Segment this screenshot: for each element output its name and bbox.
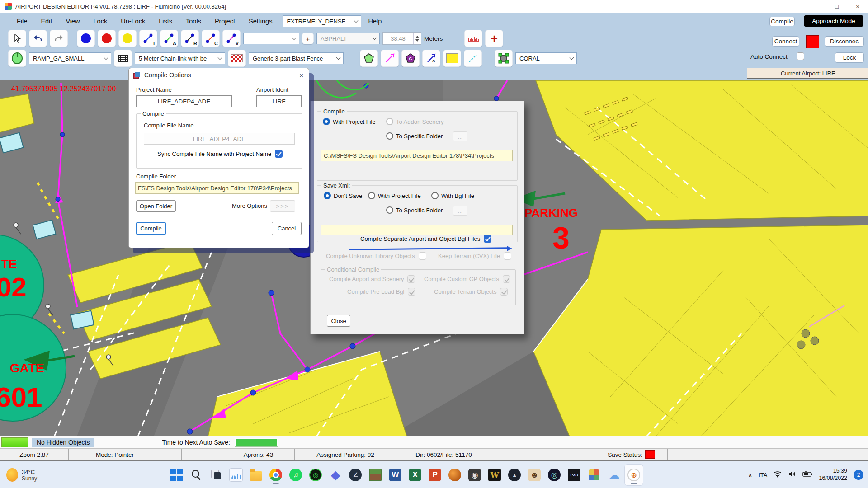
browse-folder-button[interactable]: ... [453,131,467,141]
taskbar-game-icon[interactable] [446,465,464,485]
clock-widget[interactable]: 15:39 16/08/2022 [819,468,847,482]
taskbar-p3d-icon[interactable]: P3D [565,465,583,485]
with-project-file-option[interactable]: With Project File [323,118,376,125]
fence-type-select[interactable]: 5 Meter Chain-link with be [135,52,225,64]
battery-icon[interactable] [802,471,812,479]
taskbar-onedrive-icon[interactable]: ☁ [605,465,623,485]
taskbar-word-icon[interactable]: W [386,465,404,485]
surface-type-select[interactable]: ASPHALT [316,33,380,44]
profile-tool-button[interactable] [464,30,482,47]
undo-button[interactable] [29,30,47,47]
menu-Edit[interactable]: Edit [34,18,59,25]
object-select[interactable]: CORAL [515,52,577,64]
taskbar-tiles-icon[interactable] [585,465,603,485]
xml-browse-folder-button[interactable]: ... [453,206,467,216]
parking-spot-tool-button[interactable] [8,50,26,67]
apron-link-button[interactable]: A [160,30,178,47]
menu-Un-Lock[interactable]: Un-Lock [114,18,152,25]
tray-chevron-icon[interactable]: ∧ [748,472,753,479]
taskbar-obsidian-icon[interactable]: ◎ [545,465,563,485]
connect-button[interactable]: Connect [772,36,799,47]
menu-Project[interactable]: Project [208,18,242,25]
menu-File[interactable]: File [10,18,34,25]
taskbar-avatar-icon[interactable]: ☻ [525,465,543,485]
ground-line-tool-button[interactable]: G [422,50,440,67]
link-type-select[interactable] [243,33,299,44]
menu-View[interactable]: View [59,18,86,25]
redo-button[interactable] [50,30,68,47]
taskbar-task-manager-icon[interactable] [227,465,245,485]
ground-poly-tool-button[interactable]: G [401,50,420,67]
taskbar-start-icon[interactable] [167,465,185,485]
disconnect-button[interactable]: Disconnec [825,36,864,47]
separate-bgl-checkbox[interactable] [484,235,491,243]
to-specific-folder-radio[interactable] [386,132,393,140]
dialog-close-icon[interactable]: × [299,71,303,79]
close-panel-button[interactable]: Close [327,315,350,327]
language-indicator[interactable]: ITA [759,472,767,479]
xml-path-field[interactable] [321,225,513,235]
compile-button[interactable]: Compile [769,17,795,26]
taskbar-photos-icon[interactable]: ◉ [466,465,484,485]
add-cross-button[interactable]: + [485,30,503,47]
volume-icon[interactable] [788,470,796,479]
dialog-title-bar[interactable]: Compile Options × [129,68,309,82]
polygon-tool-button[interactable] [360,50,378,67]
closed-link-button[interactable]: C [202,30,220,47]
taskbar-task-view-icon[interactable] [207,465,225,485]
blue-point-tool-button[interactable] [77,30,95,47]
blast-fence-tool-button[interactable] [228,50,246,67]
menu-Settings[interactable]: Settings [242,18,279,25]
xml-with-project-radio[interactable] [368,192,375,199]
wifi-icon[interactable] [774,470,782,479]
project-name-field[interactable]: LIRF_ADEP4_ADE [136,95,232,107]
add-surface-button[interactable]: + [302,33,314,44]
compile-path-field[interactable]: C:\MSFS\FS Design Tools\Airport Design E… [321,150,513,161]
taskbar-falcon-icon[interactable]: ▲ [505,465,524,485]
xml-to-specific-folder-radio[interactable] [386,206,393,214]
with-bgl-file-option[interactable]: With Bgl File [431,192,474,199]
xml-with-project-option[interactable]: With Project File [368,192,421,199]
cancel-button[interactable]: Cancel [272,222,302,235]
taskbar-ade-active-icon[interactable]: ⊕ [625,465,643,485]
maximize-button[interactable]: □ [826,0,847,13]
close-button[interactable]: × [847,0,868,13]
taskbar-search-icon[interactable] [187,465,205,485]
red-point-tool-button[interactable] [98,30,116,47]
select-object-tool-button[interactable] [495,50,513,67]
vehicle-link-button[interactable]: V [222,30,241,47]
xml-to-specific-folder-option[interactable]: To Specific Folder [386,206,443,214]
notification-badge[interactable]: 2 [854,470,863,480]
approach-mode-button[interactable]: Approach Mode [804,15,863,27]
blast-fence-select[interactable]: Generic 3-part Blast Fence [249,52,344,64]
fill-color-button[interactable] [443,50,461,67]
taskbar-prepar3d-hud-icon[interactable]: ◎ [307,465,325,485]
width-spinner-arrows[interactable] [413,33,421,44]
taskbar-msfs-icon[interactable]: ◆ [326,465,344,485]
minimize-button[interactable]: — [806,0,826,13]
taskbar-wikipedia-icon[interactable]: W [486,465,504,485]
open-folder-button[interactable]: Open Folder [136,200,176,212]
fence-grid-tool-button[interactable] [114,50,132,67]
menu-Lists[interactable]: Lists [152,18,179,25]
taskbar-file-explorer-icon[interactable] [247,465,265,485]
taskbar-powerpoint-icon[interactable]: P [426,465,444,485]
taskbar-drafting-icon[interactable]: ∠ [346,465,364,485]
runway-link-button[interactable]: R [181,30,199,47]
compile-confirm-button[interactable]: Compile [136,222,166,235]
with-project-file-radio[interactable] [323,118,330,125]
compile-folder-field[interactable]: FS\FS Design Tools\Airport Design Editor… [135,182,299,194]
parking-type-select[interactable]: RAMP_GA_SMALL [29,52,111,64]
taxiway-link-button[interactable]: T [139,30,157,47]
taskbar-minecraft-icon[interactable] [366,465,384,485]
sync-name-checkbox[interactable] [275,150,283,158]
vector-line-tool-button[interactable] [381,50,399,67]
dont-save-radio[interactable] [324,192,331,199]
pointer-tool-button[interactable] [8,30,26,47]
taskbar-chrome-icon[interactable] [267,465,285,485]
with-bgl-file-radio[interactable] [431,192,439,199]
dashed-line-tool-button[interactable] [464,50,482,67]
menu-Tools[interactable]: Tools [179,18,208,25]
menu-help[interactable]: Help [361,18,388,25]
density-select[interactable]: EXTREMELY_DENSE [283,15,361,27]
